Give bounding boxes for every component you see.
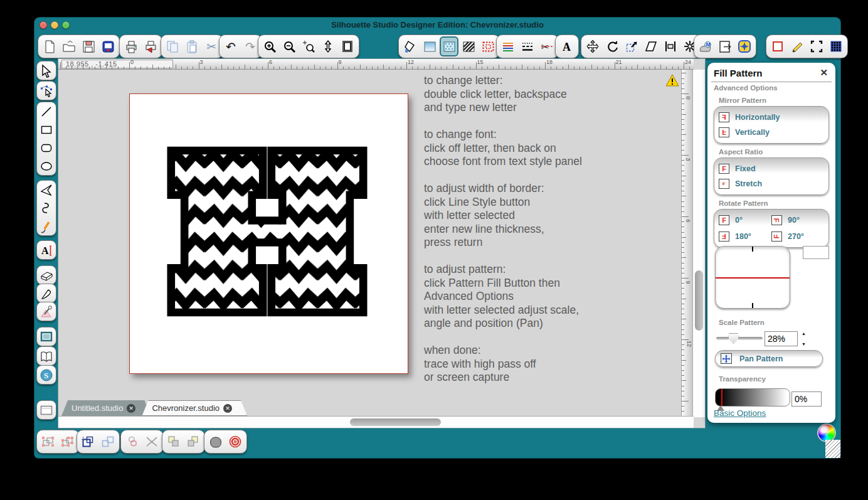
pages-tool[interactable] (36, 400, 56, 420)
pattern-active-button[interactable] (735, 36, 754, 56)
page-setup-button[interactable] (716, 36, 734, 56)
stepper-down-icon[interactable]: ▼ (802, 342, 809, 346)
text-style-button[interactable]: A (558, 36, 576, 56)
save-button[interactable] (79, 36, 98, 56)
scale-stepper[interactable]: ▲▼ (802, 331, 809, 346)
new-button[interactable] (40, 36, 59, 56)
send-backward-button[interactable] (184, 432, 203, 452)
zoom-selection-button[interactable] (299, 36, 318, 56)
library-tool[interactable] (36, 327, 56, 346)
rotate-90-option[interactable]: F 90° (771, 213, 824, 228)
weld-button[interactable] (123, 432, 142, 452)
pattern-outline-button[interactable] (479, 36, 497, 56)
pattern-angle-input[interactable] (803, 246, 829, 259)
edit-points-tool[interactable] (36, 81, 56, 100)
zoom-out-button[interactable] (280, 36, 299, 56)
transparency-gradient-bar[interactable] (715, 388, 790, 407)
rounded-rectangle-tool[interactable] (37, 139, 56, 157)
rotate-0-option[interactable]: F 0° (719, 213, 771, 228)
scale-button[interactable] (622, 36, 641, 56)
store-tool[interactable] (36, 346, 56, 366)
copy-button[interactable] (163, 36, 182, 56)
eraser-tool[interactable] (36, 265, 56, 285)
paste-button[interactable] (183, 36, 201, 56)
scale-pattern-slider[interactable] (716, 337, 763, 339)
zoom-in-button[interactable] (260, 36, 279, 56)
scale-pattern-input[interactable] (765, 331, 798, 346)
tab-chevronizer[interactable]: Chevronizer.studio ✕ (142, 400, 247, 416)
fill-pattern-button[interactable] (440, 36, 458, 56)
move-button[interactable] (583, 36, 602, 56)
color-wheel-button[interactable] (818, 425, 835, 441)
hatch-icon (462, 40, 475, 53)
fill-hatch-button[interactable] (459, 36, 478, 56)
knife-tool[interactable] (36, 284, 56, 303)
shear-button[interactable] (642, 36, 660, 56)
vertical-scrollbar[interactable] (692, 70, 705, 417)
canvas-workspace[interactable]: to change letter: double click letter, b… (58, 58, 706, 428)
panel-close-icon[interactable]: ✕ (820, 67, 828, 78)
offset-shape-button[interactable] (206, 432, 225, 452)
horizontal-scrollbar-thumb[interactable] (350, 418, 441, 426)
scale-slider-thumb[interactable] (728, 333, 739, 344)
registration-marks-button[interactable] (768, 36, 787, 56)
ellipse-tool[interactable] (37, 157, 56, 175)
grid-button[interactable] (827, 36, 845, 56)
redo-button[interactable]: ↷ (241, 36, 260, 56)
cut-style-button[interactable]: ✂ (537, 36, 556, 56)
silhouette-online-tool[interactable]: S (36, 365, 56, 385)
fill-gradient-button[interactable] (420, 36, 439, 56)
line-tool[interactable] (37, 102, 56, 120)
line-color-button[interactable] (499, 36, 517, 56)
ungroup-button[interactable] (58, 432, 77, 452)
tab-close-icon[interactable]: ✕ (127, 404, 135, 413)
send-to-cutter-button[interactable] (141, 36, 160, 56)
aspect-fixed-option[interactable]: F Fixed (719, 161, 824, 176)
pattern-angle-dial[interactable] (715, 246, 790, 309)
aspect-stretch-option[interactable]: F Stretch (719, 176, 824, 191)
cut-button[interactable]: ✂ (202, 36, 221, 56)
eyedropper-tool[interactable] (36, 302, 56, 321)
mirror-vertically-option[interactable]: F Vertically (719, 125, 824, 140)
bring-forward-button[interactable] (164, 432, 183, 452)
curve-tool[interactable] (37, 199, 56, 217)
tab-untitled[interactable]: Untitled.studio ✕ (61, 400, 151, 416)
vertical-scrollbar-thumb[interactable] (695, 270, 703, 331)
pan-button-top[interactable] (319, 36, 337, 56)
mirror-horizontally-option[interactable]: F Horizontally (719, 110, 824, 125)
rectangle-tool[interactable] (37, 120, 56, 139)
document-page[interactable] (129, 93, 408, 374)
print-button[interactable] (122, 36, 140, 56)
pan-pattern-button[interactable]: Pan Pattern (715, 350, 823, 367)
chevron-letter-h[interactable] (167, 145, 368, 318)
select-tool[interactable] (36, 61, 56, 80)
capture-frame-button[interactable] (807, 36, 826, 56)
rotate-button[interactable] (603, 36, 622, 56)
offset-button[interactable] (226, 432, 245, 452)
warning-icon[interactable] (665, 74, 679, 87)
rotate-270-option[interactable]: F 270° (771, 229, 824, 244)
fill-color-button[interactable] (401, 36, 420, 56)
save-to-library-button[interactable] (98, 36, 117, 56)
modify-button[interactable]: M (696, 36, 715, 56)
align-button[interactable] (661, 36, 680, 56)
undo-button[interactable]: ↶ (221, 36, 240, 56)
rotate-180-option[interactable]: F 180° (719, 229, 771, 244)
subtract-button[interactable] (142, 432, 161, 452)
basic-options-link[interactable]: Basic Options (714, 408, 766, 418)
freehand-tool[interactable] (37, 217, 56, 235)
window-resize-grip[interactable] (825, 440, 840, 458)
highlight-pen-button[interactable] (788, 36, 807, 56)
release-compound-path-button[interactable] (98, 432, 117, 452)
tab-close-icon[interactable]: ✕ (223, 404, 232, 413)
make-compound-path-button[interactable] (79, 432, 98, 452)
open-button[interactable] (60, 36, 78, 56)
text-tool[interactable]: A (36, 240, 56, 260)
fit-page-button[interactable] (338, 36, 357, 56)
group-button[interactable] (39, 432, 58, 452)
line-style-button[interactable] (518, 36, 537, 56)
stepper-up-icon[interactable]: ▲ (802, 331, 809, 336)
transparency-input[interactable] (791, 391, 822, 407)
polygon-tool[interactable] (37, 181, 56, 199)
horizontal-scrollbar[interactable] (58, 416, 694, 428)
